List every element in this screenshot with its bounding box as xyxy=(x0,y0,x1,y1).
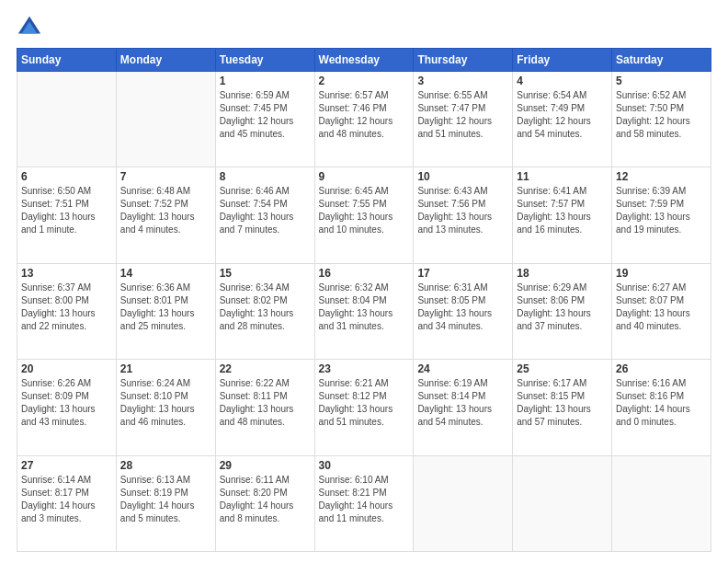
day-number: 10 xyxy=(417,170,508,183)
calendar-cell: 5Sunrise: 6:52 AMSunset: 7:50 PMDaylight… xyxy=(612,72,711,167)
day-number: 7 xyxy=(120,170,211,183)
sunset-text: Sunset: 7:50 PM xyxy=(616,103,684,113)
day-number: 28 xyxy=(120,459,211,472)
calendar-cell: 23Sunrise: 6:21 AMSunset: 8:12 PMDayligh… xyxy=(314,360,414,455)
day-info: Sunrise: 6:59 AMSunset: 7:45 PMDaylight:… xyxy=(220,89,311,141)
day-number: 8 xyxy=(220,170,311,183)
daylight-text: Daylight: 13 hours and 7 minutes. xyxy=(220,212,294,235)
sunset-text: Sunset: 7:45 PM xyxy=(220,103,288,113)
calendar-cell: 26Sunrise: 6:16 AMSunset: 8:16 PMDayligh… xyxy=(612,360,711,455)
sunrise-text: Sunrise: 6:36 AM xyxy=(120,282,190,293)
calendar-week-row: 13Sunrise: 6:37 AMSunset: 8:00 PMDayligh… xyxy=(17,263,711,359)
day-info: Sunrise: 6:37 AMSunset: 8:00 PMDaylight:… xyxy=(21,282,112,333)
logo xyxy=(17,15,46,40)
day-number: 18 xyxy=(517,267,608,280)
day-number: 21 xyxy=(120,362,211,375)
day-info: Sunrise: 6:21 AMSunset: 8:12 PMDaylight:… xyxy=(319,377,410,429)
header xyxy=(17,15,711,40)
sunset-text: Sunset: 7:57 PM xyxy=(517,199,585,209)
calendar-cell xyxy=(414,455,513,551)
sunset-text: Sunset: 8:19 PM xyxy=(120,488,188,498)
sunset-text: Sunset: 8:01 PM xyxy=(120,295,188,305)
day-info: Sunrise: 6:55 AMSunset: 7:47 PMDaylight:… xyxy=(417,89,508,141)
calendar-cell xyxy=(116,72,215,167)
day-info: Sunrise: 6:32 AMSunset: 8:04 PMDaylight:… xyxy=(319,282,410,333)
calendar-cell: 10Sunrise: 6:43 AMSunset: 7:56 PMDayligh… xyxy=(414,167,513,263)
day-number: 11 xyxy=(517,170,608,183)
day-number: 20 xyxy=(21,362,112,375)
sunrise-text: Sunrise: 6:17 AM xyxy=(517,378,586,388)
calendar-cell: 25Sunrise: 6:17 AMSunset: 8:15 PMDayligh… xyxy=(513,360,612,455)
day-info: Sunrise: 6:16 AMSunset: 8:16 PMDaylight:… xyxy=(616,377,707,429)
day-info: Sunrise: 6:41 AMSunset: 7:57 PMDaylight:… xyxy=(517,185,608,236)
calendar-cell: 2Sunrise: 6:57 AMSunset: 7:46 PMDaylight… xyxy=(314,72,414,167)
day-number: 4 xyxy=(517,75,608,87)
sunrise-text: Sunrise: 6:24 AM xyxy=(120,378,190,388)
sunrise-text: Sunrise: 6:50 AM xyxy=(21,186,91,196)
daylight-text: Daylight: 13 hours and 40 minutes. xyxy=(616,308,690,331)
daylight-text: Daylight: 13 hours and 48 minutes. xyxy=(220,404,294,427)
sunset-text: Sunset: 7:46 PM xyxy=(319,103,387,113)
daylight-text: Daylight: 13 hours and 28 minutes. xyxy=(220,308,294,331)
calendar-cell: 13Sunrise: 6:37 AMSunset: 8:00 PMDayligh… xyxy=(17,263,117,359)
day-info: Sunrise: 6:54 AMSunset: 7:49 PMDaylight:… xyxy=(517,89,608,141)
calendar-week-row: 1Sunrise: 6:59 AMSunset: 7:45 PMDaylight… xyxy=(17,72,711,167)
calendar-cell: 16Sunrise: 6:32 AMSunset: 8:04 PMDayligh… xyxy=(314,263,414,359)
daylight-text: Daylight: 12 hours and 48 minutes. xyxy=(319,116,393,139)
day-info: Sunrise: 6:13 AMSunset: 8:19 PMDaylight:… xyxy=(120,474,211,525)
day-info: Sunrise: 6:36 AMSunset: 8:01 PMDaylight:… xyxy=(120,282,211,333)
sunset-text: Sunset: 8:09 PM xyxy=(21,391,89,401)
sunrise-text: Sunrise: 6:34 AM xyxy=(220,282,290,293)
sunset-text: Sunset: 8:11 PM xyxy=(220,391,288,401)
sunrise-text: Sunrise: 6:39 AM xyxy=(616,186,686,196)
daylight-text: Daylight: 13 hours and 19 minutes. xyxy=(616,212,690,235)
calendar-cell: 18Sunrise: 6:29 AMSunset: 8:06 PMDayligh… xyxy=(513,263,612,359)
logo-icon xyxy=(17,15,42,40)
day-number: 22 xyxy=(220,362,311,375)
sunset-text: Sunset: 7:54 PM xyxy=(220,199,288,209)
daylight-text: Daylight: 12 hours and 58 minutes. xyxy=(616,116,690,139)
day-info: Sunrise: 6:50 AMSunset: 7:51 PMDaylight:… xyxy=(21,185,112,236)
daylight-text: Daylight: 13 hours and 31 minutes. xyxy=(319,308,393,331)
sunrise-text: Sunrise: 6:57 AM xyxy=(319,90,389,100)
sunset-text: Sunset: 8:17 PM xyxy=(21,488,89,498)
sunrise-text: Sunrise: 6:43 AM xyxy=(417,186,487,196)
sunrise-text: Sunrise: 6:22 AM xyxy=(220,378,290,388)
weekday-header-saturday: Saturday xyxy=(612,49,711,72)
calendar-table: SundayMondayTuesdayWednesdayThursdayFrid… xyxy=(17,48,711,552)
sunset-text: Sunset: 7:56 PM xyxy=(417,199,485,209)
sunrise-text: Sunrise: 6:11 AM xyxy=(220,475,290,485)
sunrise-text: Sunrise: 6:46 AM xyxy=(220,186,290,196)
day-info: Sunrise: 6:31 AMSunset: 8:05 PMDaylight:… xyxy=(417,282,508,333)
calendar-cell: 4Sunrise: 6:54 AMSunset: 7:49 PMDaylight… xyxy=(513,72,612,167)
day-info: Sunrise: 6:19 AMSunset: 8:14 PMDaylight:… xyxy=(417,377,508,429)
day-number: 2 xyxy=(319,75,410,87)
sunset-text: Sunset: 8:07 PM xyxy=(616,295,684,305)
sunset-text: Sunset: 8:21 PM xyxy=(319,488,387,498)
day-number: 15 xyxy=(220,267,311,280)
calendar-cell: 12Sunrise: 6:39 AMSunset: 7:59 PMDayligh… xyxy=(612,167,711,263)
day-number: 23 xyxy=(319,362,410,375)
daylight-text: Daylight: 13 hours and 16 minutes. xyxy=(517,212,591,235)
day-info: Sunrise: 6:11 AMSunset: 8:20 PMDaylight:… xyxy=(220,474,311,525)
sunrise-text: Sunrise: 6:26 AM xyxy=(21,378,91,388)
sunset-text: Sunset: 8:02 PM xyxy=(220,295,288,305)
calendar-cell: 8Sunrise: 6:46 AMSunset: 7:54 PMDaylight… xyxy=(215,167,314,263)
daylight-text: Daylight: 12 hours and 45 minutes. xyxy=(220,116,294,139)
sunset-text: Sunset: 8:05 PM xyxy=(417,295,485,305)
day-number: 24 xyxy=(417,362,508,375)
calendar-cell: 7Sunrise: 6:48 AMSunset: 7:52 PMDaylight… xyxy=(116,167,215,263)
sunrise-text: Sunrise: 6:54 AM xyxy=(517,90,586,100)
sunrise-text: Sunrise: 6:21 AM xyxy=(319,378,389,388)
sunset-text: Sunset: 8:12 PM xyxy=(319,391,387,401)
day-number: 25 xyxy=(517,362,608,375)
sunrise-text: Sunrise: 6:59 AM xyxy=(220,90,290,100)
sunrise-text: Sunrise: 6:13 AM xyxy=(120,475,190,485)
weekday-header-friday: Friday xyxy=(513,49,612,72)
sunset-text: Sunset: 7:47 PM xyxy=(417,103,485,113)
sunset-text: Sunset: 7:59 PM xyxy=(616,199,684,209)
calendar-cell: 17Sunrise: 6:31 AMSunset: 8:05 PMDayligh… xyxy=(414,263,513,359)
sunrise-text: Sunrise: 6:45 AM xyxy=(319,186,389,196)
daylight-text: Daylight: 13 hours and 10 minutes. xyxy=(319,212,393,235)
day-number: 30 xyxy=(319,459,410,472)
